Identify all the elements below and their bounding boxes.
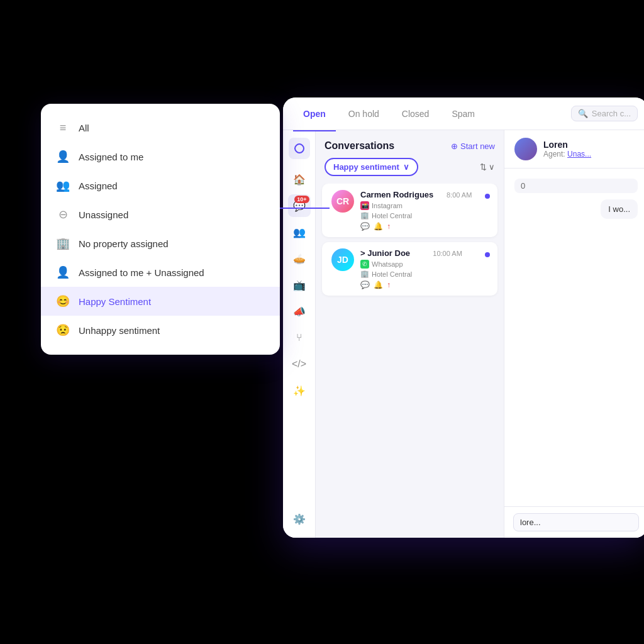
unhappy-icon: 😟 [56, 323, 70, 337]
conversation-card-junior[interactable]: JD > Junior Doe 10:00 AM ✆ Whatsapp [322, 242, 497, 296]
online-dot-junior [485, 252, 490, 257]
agent-info: Loren Agent: Unas... [543, 140, 638, 158]
chat-input[interactable] [513, 513, 639, 531]
whatsapp-icon: ✆ [360, 260, 369, 269]
dropdown-item-unhappy[interactable]: 😟 Unhappy sentiment [41, 316, 280, 345]
happy-icon: 😊 [56, 294, 70, 308]
dropdown-item-assigned-unassigned[interactable]: 👤 Assigned to me + Unassigned [41, 258, 280, 287]
nav-developer-icon[interactable]: </> [288, 353, 311, 375]
nav-settings-icon[interactable]: ⚙️ [288, 508, 311, 530]
sidebar-icons: 🏠 💬 10+ 👥 🥧 📺 📣 ⑂ </> ✨ ⚙️ [283, 130, 316, 538]
dropdown-item-assigned[interactable]: 👥 Assigned [41, 171, 280, 200]
dropdown-item-assigned-me[interactable]: 👤 Assigned to me [41, 142, 280, 171]
conversations-title: Conversations [325, 140, 394, 152]
connector-line [279, 208, 330, 209]
filter-row: Happy sentiment ∨ ⇅ ∨ [316, 158, 504, 184]
nav-contacts-icon[interactable]: 👥 [288, 221, 311, 243]
tab-on-hold[interactable]: On hold [338, 105, 389, 123]
conversation-list: CR Carmen Rodrigues 8:00 AM 📸 Instagram [316, 184, 504, 538]
chat-input-area [504, 506, 644, 538]
nav-chat-icon[interactable]: 💬 10+ [288, 194, 311, 217]
start-new-button[interactable]: ⊕ Start new [451, 142, 495, 151]
conv-info-carmen: Carmen Rodrigues 8:00 AM 📸 Instagram 🏢 [360, 190, 490, 231]
building-icon: 🏢 [360, 211, 369, 219]
building-icon-junior: 🏢 [360, 270, 369, 278]
dropdown-item-no-property[interactable]: 🏢 No property assigned [41, 229, 280, 258]
logo-icon [289, 138, 310, 159]
conversation-card-carmen[interactable]: CR Carmen Rodrigues 8:00 AM 📸 Instagram [322, 184, 497, 237]
app-window: Open On hold Closed Spam 🔍 Search c... 🏠 [283, 97, 644, 538]
conv-channel-carmen: 📸 Instagram [360, 201, 490, 210]
nav-campaigns-icon[interactable]: 📣 [288, 300, 311, 323]
all-icon: ≡ [56, 121, 70, 135]
agent-link[interactable]: Unas... [567, 150, 591, 158]
conv-actions-carmen: 💬 🔔 ↑ [360, 222, 490, 231]
priority-icon: ↑ [387, 222, 391, 231]
avatar-carmen: CR [331, 190, 354, 213]
agent-label: Agent: Unas... [543, 150, 638, 158]
right-panel-header: Loren Agent: Unas... [504, 130, 644, 169]
conv-name-junior: > Junior Doe [360, 248, 410, 258]
filter-pill[interactable]: Happy sentiment ∨ [325, 158, 418, 176]
nav-home-icon[interactable]: 🏠 [288, 168, 311, 191]
nav-ai-icon[interactable]: ✨ [288, 379, 311, 402]
dropdown-item-happy[interactable]: 😊 Happy Sentiment [41, 287, 280, 316]
search-box[interactable]: 🔍 Search c... [571, 106, 638, 121]
chat-badge: 10+ [294, 196, 309, 203]
bell-icon-j: 🔔 [374, 280, 383, 289]
search-icon: 🔍 [578, 109, 588, 118]
online-dot-carmen [485, 194, 490, 199]
dropdown-item-unassigned[interactable]: ⊖ Unassigned [41, 200, 280, 229]
conversations-panel: Conversations ⊕ Start new Happy sentimen… [316, 130, 504, 538]
agent-name: Loren [543, 140, 638, 150]
chevron-down-icon: ∨ [403, 162, 409, 172]
nav-reports-icon[interactable]: 🥧 [288, 247, 311, 270]
chevron-sort-icon: ∨ [489, 162, 495, 172]
nav-integrations-icon[interactable]: ⑂ [288, 326, 311, 349]
agent-avatar [514, 138, 537, 160]
msg-count: 0 [514, 179, 638, 193]
chat-body: 0 I wo... [504, 169, 644, 506]
conv-info-junior: > Junior Doe 10:00 AM ✆ Whatsapp 🏢 [360, 248, 490, 289]
right-panel: Loren Agent: Unas... 0 I wo... [504, 130, 644, 538]
assigned-unassigned-icon: 👤 [56, 265, 70, 279]
message-icon: 💬 [360, 222, 370, 231]
conv-channel-junior: ✆ Whatsapp [360, 260, 490, 269]
dropdown-menu: ≡ All 👤 Assigned to me 👥 Assigned ⊖ Unas… [41, 104, 280, 355]
unassigned-icon: ⊖ [56, 208, 70, 221]
tab-closed[interactable]: Closed [392, 105, 440, 123]
tabs-bar: Open On hold Closed Spam 🔍 Search c... [283, 97, 644, 130]
conv-time-carmen: 8:00 AM [447, 191, 472, 199]
conv-property-junior: 🏢 Hotel Central [360, 270, 490, 278]
conv-time-junior: 10:00 AM [433, 250, 462, 257]
conv-header: Conversations ⊕ Start new [316, 130, 504, 158]
bell-icon: 🔔 [374, 222, 383, 231]
nav-broadcast-icon[interactable]: 📺 [288, 274, 311, 296]
filter-label: Happy sentiment [333, 162, 399, 172]
avatar-junior: JD [331, 248, 354, 271]
no-property-icon: 🏢 [56, 236, 70, 250]
instagram-icon: 📸 [360, 201, 369, 210]
priority-icon-j: ↑ [387, 280, 391, 289]
assigned-me-icon: 👤 [56, 150, 70, 164]
message-icon-j: 💬 [360, 280, 370, 289]
chat-bubble: I wo... [601, 199, 638, 219]
plus-circle-icon: ⊕ [451, 142, 458, 151]
sort-button[interactable]: ⇅ ∨ [480, 162, 495, 172]
conv-actions-junior: 💬 🔔 ↑ [360, 280, 490, 289]
tab-open[interactable]: Open [293, 105, 336, 123]
dropdown-item-all[interactable]: ≡ All [41, 114, 280, 142]
search-placeholder: Search c... [592, 109, 631, 118]
assigned-icon: 👥 [56, 179, 70, 192]
tab-spam[interactable]: Spam [441, 105, 485, 123]
conv-property-carmen: 🏢 Hotel Central [360, 211, 490, 219]
conv-name-carmen: Carmen Rodrigues [360, 190, 433, 199]
sort-icon: ⇅ [480, 162, 487, 172]
